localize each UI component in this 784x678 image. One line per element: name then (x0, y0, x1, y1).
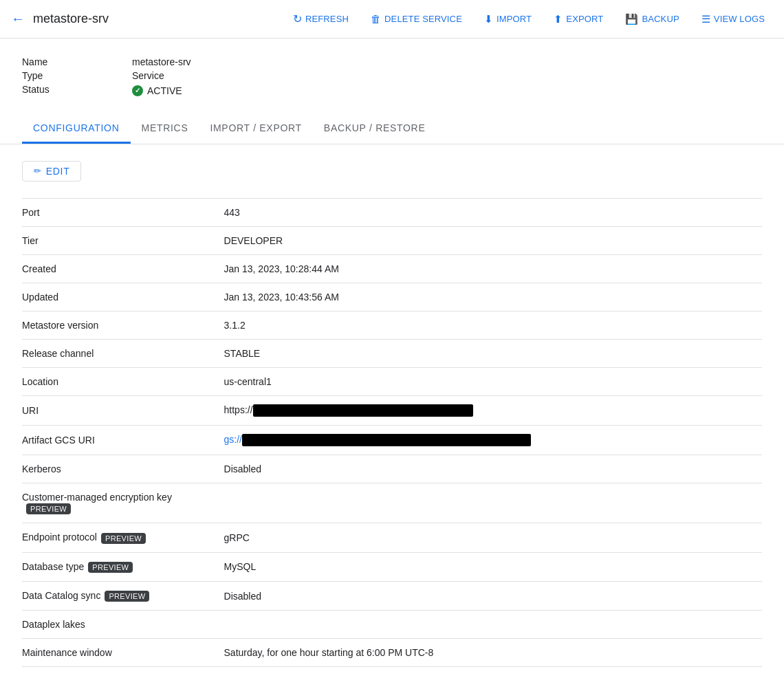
tab-metrics[interactable]: METRICS (131, 114, 199, 144)
main-content: ✏ EDIT Port443TierDEVELOPERCreatedJan 13… (0, 144, 784, 679)
config-value: gRPC (219, 523, 762, 552)
config-value: Jan 13, 2023, 10:28:44 AM (219, 254, 762, 283)
config-key: Port (22, 198, 219, 226)
table-row: UpdatedJan 13, 2023, 10:43:56 AM (22, 283, 762, 311)
preview-badge: PREVIEW (101, 533, 146, 544)
config-key: Dataplex lakes (22, 611, 219, 639)
table-row: KerberosDisabled (22, 455, 762, 483)
import-icon: ⬇ (484, 13, 493, 25)
table-row: Metastore version3.1.2 (22, 311, 762, 339)
delete-icon: 🗑 (371, 13, 381, 25)
import-label: IMPORT (497, 14, 532, 24)
config-key: Endpoint protocolPREVIEW (22, 523, 219, 552)
preview-badge: PREVIEW (88, 562, 133, 573)
config-value: STABLE (219, 339, 762, 367)
config-value: Saturday, for one hour starting at 6:00 … (219, 639, 762, 667)
backup-button[interactable]: 💾 BACKUP (617, 8, 687, 31)
config-key: Customer-managed encryption keyPREVIEW (22, 483, 219, 523)
config-value: 3.1.2 (219, 311, 762, 339)
config-key: Location (22, 367, 219, 395)
name-row: Name metastore-srv (22, 55, 762, 69)
delete-service-button[interactable]: 🗑 DELETE SERVICE (362, 8, 470, 30)
tab-configuration[interactable]: CONFIGURATION (22, 114, 131, 144)
table-row: Release channelSTABLE (22, 339, 762, 367)
config-value: hive.metastore.warehouse.dirgs:// (219, 667, 762, 678)
config-table: Port443TierDEVELOPERCreatedJan 13, 2023,… (22, 198, 762, 679)
status-label: Status (22, 84, 132, 95)
type-row: Type Service (22, 69, 762, 83)
table-row: URIhttps:// (22, 395, 762, 425)
refresh-button[interactable]: ↻ REFRESH (285, 7, 357, 31)
config-key: Database typePREVIEW (22, 552, 219, 581)
table-row: Port443 (22, 198, 762, 226)
config-value: 443 (219, 198, 762, 226)
status-row: Status ACTIVE (22, 83, 762, 98)
table-row: Locationus-central1 (22, 367, 762, 395)
config-value: us-central1 (219, 367, 762, 395)
type-value: Service (132, 70, 164, 81)
edit-button[interactable]: ✏ EDIT (22, 161, 81, 182)
redacted-bar (242, 434, 531, 446)
type-label: Type (22, 70, 132, 81)
config-key: URI (22, 395, 219, 425)
preview-badge: PREVIEW (26, 503, 71, 514)
config-value: Disabled (219, 581, 762, 610)
edit-label: EDIT (46, 166, 70, 177)
table-row: Endpoint protocolPREVIEWgRPC (22, 523, 762, 552)
table-row: CreatedJan 13, 2023, 10:28:44 AM (22, 254, 762, 283)
preview-badge: PREVIEW (105, 591, 149, 602)
backup-label: BACKUP (642, 14, 679, 24)
gcs-link[interactable]: gs:// (224, 434, 242, 445)
import-button[interactable]: ⬇ IMPORT (476, 8, 540, 31)
config-value (219, 611, 762, 639)
config-key: Artifact GCS URI (22, 425, 219, 455)
export-icon: ⬆ (554, 13, 563, 25)
delete-label: DELETE SERVICE (384, 14, 462, 24)
table-row: TierDEVELOPER (22, 226, 762, 254)
table-row: Data Catalog syncPREVIEWDisabled (22, 581, 762, 610)
config-key: Updated (22, 283, 219, 311)
edit-icon: ✏ (34, 166, 42, 176)
page-title: metastore-srv (33, 12, 109, 26)
config-value: Jan 13, 2023, 10:43:56 AM (219, 283, 762, 311)
config-key: Maintenance window (22, 639, 219, 667)
status-badge: ACTIVE (132, 85, 182, 96)
export-label: EXPORT (566, 14, 603, 24)
config-key: Tier (22, 226, 219, 254)
config-value: MySQL (219, 552, 762, 581)
table-row: Dataplex lakes (22, 611, 762, 639)
config-key: Created (22, 254, 219, 283)
name-label: Name (22, 56, 132, 67)
toolbar: ← metastore-srv ↻ REFRESH 🗑 DELETE SERVI… (0, 0, 784, 39)
status-value: ACTIVE (147, 85, 182, 96)
config-key: Release channel (22, 339, 219, 367)
config-key: Data Catalog syncPREVIEW (22, 581, 219, 610)
view-logs-button[interactable]: ☰ VIEW LOGS (693, 8, 773, 31)
logs-icon: ☰ (701, 13, 710, 25)
refresh-label: REFRESH (305, 14, 349, 24)
service-info-section: Name metastore-srv Type Service Status A… (0, 39, 784, 109)
config-key: Kerberos (22, 455, 219, 483)
logs-label: VIEW LOGS (714, 14, 765, 24)
status-dot-icon (132, 85, 143, 96)
tab-import-export[interactable]: IMPORT / EXPORT (199, 114, 312, 144)
refresh-icon: ↻ (293, 12, 302, 25)
table-row: Metastore config overrideshive.metastore… (22, 667, 762, 678)
name-value: metastore-srv (132, 56, 191, 67)
export-button[interactable]: ⬆ EXPORT (545, 8, 611, 31)
config-value: https:// (219, 395, 762, 425)
tabs-bar: CONFIGURATION METRICS IMPORT / EXPORT BA… (0, 114, 784, 144)
backup-icon: 💾 (625, 13, 638, 25)
config-key: Metastore config overrides (22, 667, 219, 678)
table-row: Customer-managed encryption keyPREVIEW (22, 483, 762, 523)
table-row: Maintenance windowSaturday, for one hour… (22, 639, 762, 667)
back-button[interactable]: ← (11, 11, 25, 27)
tab-backup-restore[interactable]: BACKUP / RESTORE (313, 114, 437, 144)
config-value: DEVELOPER (219, 226, 762, 254)
config-value: Disabled (219, 455, 762, 483)
table-row: Artifact GCS URIgs:// (22, 425, 762, 455)
redacted-bar (253, 404, 473, 417)
table-row: Database typePREVIEWMySQL (22, 552, 762, 581)
config-key: Metastore version (22, 311, 219, 339)
config-value: gs:// (219, 425, 762, 455)
